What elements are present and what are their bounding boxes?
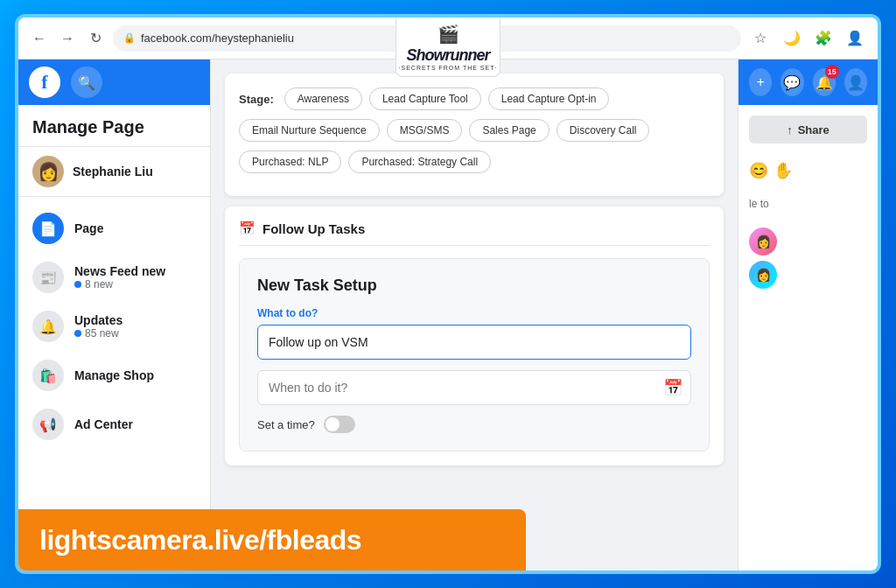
bottom-banner-text: lightscamera.live/fbleads xyxy=(39,524,361,556)
ad-center-icon: 📢 xyxy=(32,409,64,440)
stage-pill-lead-capture-tool[interactable]: Lead Capture Tool xyxy=(369,88,481,110)
nav-items: 📄 Page 📰 News Feed new 8 new xyxy=(18,197,210,456)
stage-row-3: Purchased: NLP Purchased: Strategy Call xyxy=(239,150,710,173)
emoji-hand: ✋ xyxy=(774,161,793,180)
stage-pill-discovery-call[interactable]: Discovery Call xyxy=(556,119,650,142)
share-icon: ↑ xyxy=(787,123,793,136)
nav-item-news-feed[interactable]: 📰 News Feed new 8 new xyxy=(18,253,210,302)
date-input[interactable] xyxy=(257,370,691,405)
mini-avatar-1: 👩 xyxy=(749,228,777,256)
set-time-toggle[interactable] xyxy=(324,416,355,433)
star-button[interactable]: ☆ xyxy=(748,26,773,51)
date-calendar-icon[interactable]: 📅 xyxy=(663,378,682,397)
nav-updates-label: Updates xyxy=(74,313,122,327)
user-row: 👩 Stephanie Liu xyxy=(18,147,210,197)
nav-item-manage-shop[interactable]: 🛍️ Manage Shop xyxy=(18,351,210,400)
nav-news-feed-label: News Feed new xyxy=(74,264,165,278)
stage-pill-lead-capture-optin[interactable]: Lead Capture Opt-in xyxy=(488,88,610,110)
forward-button[interactable]: → xyxy=(57,28,78,49)
fb-logo: f xyxy=(29,66,60,98)
nav-manage-shop-label: Manage Shop xyxy=(74,368,154,382)
updates-icon: 🔔 xyxy=(32,311,64,342)
emoji-row: 😊 ✋ xyxy=(738,154,878,187)
stage-pill-purchased-strategy[interactable]: Purchased: Strategy Call xyxy=(348,150,491,173)
nav-item-ad-center[interactable]: 📢 Ad Center xyxy=(18,400,210,449)
bottom-banner: lightscamera.live/fbleads xyxy=(18,509,526,570)
follow-up-header: 📅 Follow Up Tasks xyxy=(239,220,710,246)
user-avatar: 👩 xyxy=(32,156,64,187)
stage-pill-msg-sms[interactable]: MSG/SMS xyxy=(387,119,463,142)
nav-item-updates[interactable]: 🔔 Updates 85 new xyxy=(18,302,210,351)
follow-up-title: Follow Up Tasks xyxy=(262,221,365,236)
right-avatars: 👩 👩 xyxy=(738,220,878,296)
stage-pill-purchased-nlp[interactable]: Purchased: NLP xyxy=(239,150,341,173)
right-panel: + 💬 🔔 15 👤 ↑ Share 😊 xyxy=(738,60,878,570)
fb-sidebar: f 🔍 Manage Page 👩 Stephanie Liu 📄 Page xyxy=(18,60,211,570)
stage-row-1: Stage: Awareness Lead Capture Tool Lead … xyxy=(239,88,710,110)
stage-pill-email-nurture[interactable]: Email Nurture Sequence xyxy=(239,119,380,142)
refresh-button[interactable]: ↻ xyxy=(85,28,106,49)
stage-row-2: Email Nurture Sequence MSG/SMS Sales Pag… xyxy=(239,119,710,142)
extensions-button[interactable]: 🧩 xyxy=(811,26,836,51)
stage-label: Stage: xyxy=(239,93,274,106)
stage-pill-sales-page[interactable]: Sales Page xyxy=(469,119,549,142)
set-time-label: Set a time? xyxy=(257,418,315,431)
showrunner-icon: 🎬 xyxy=(438,24,459,45)
showrunner-logo: 🎬 Showrunner ·SECRETS FROM THE SET· xyxy=(396,18,500,77)
plus-button[interactable]: + xyxy=(749,68,772,96)
share-label: Share xyxy=(798,123,830,136)
messenger-button[interactable]: 💬 xyxy=(780,68,803,96)
mode-button[interactable]: 🌙 xyxy=(780,26,804,51)
browser-window: ← → ↻ 🔒 facebook.com/heystephanieliu ☆ 🌙… xyxy=(18,18,878,570)
profile-avatar-button[interactable]: 👤 xyxy=(844,68,867,96)
mini-avatar-2: 👩 xyxy=(749,261,777,289)
fb-topbar: f 🔍 xyxy=(18,60,210,105)
page-icon: 📄 xyxy=(32,213,64,244)
manage-shop-icon: 🛍️ xyxy=(32,360,64,391)
user-name: Stephanie Liu xyxy=(73,164,153,178)
nav-news-feed-sub: 8 new xyxy=(74,278,165,290)
nav-page-label: Page xyxy=(74,221,103,235)
new-task-card: New Task Setup What to do? 📅 Set a time? xyxy=(239,258,710,452)
date-input-wrapper: 📅 xyxy=(257,370,691,405)
stage-pill-awareness[interactable]: Awareness xyxy=(284,88,362,110)
nav-item-page[interactable]: 📄 Page xyxy=(18,204,210,253)
emoji-smile: 😊 xyxy=(749,161,768,180)
center-panel: Stage: Awareness Lead Capture Tool Lead … xyxy=(211,60,738,570)
back-button[interactable]: ← xyxy=(29,28,50,49)
what-to-do-label: What to do? xyxy=(257,307,691,319)
url-text: facebook.com/heystephanieliu xyxy=(141,32,294,45)
main-content: f 🔍 Manage Page 👩 Stephanie Liu 📄 Page xyxy=(18,60,878,570)
showrunner-subtitle: ·SECRETS FROM THE SET· xyxy=(399,65,498,71)
follow-up-calendar-icon: 📅 xyxy=(239,220,256,236)
nav-ad-center-label: Ad Center xyxy=(74,417,133,431)
task-input[interactable] xyxy=(257,325,691,360)
share-area: ↑ Share xyxy=(738,105,878,154)
share-button[interactable]: ↑ Share xyxy=(749,116,867,144)
right-content: le to xyxy=(738,187,878,220)
manage-page-title: Manage Page xyxy=(18,105,210,147)
lock-icon: 🔒 xyxy=(123,32,136,44)
stages-card: Stage: Awareness Lead Capture Tool Lead … xyxy=(225,74,724,196)
set-time-row: Set a time? xyxy=(257,416,691,433)
fb-search-icon[interactable]: 🔍 xyxy=(71,66,102,98)
bell-button[interactable]: 🔔 15 xyxy=(813,68,836,96)
follow-up-card: 📅 Follow Up Tasks New Task Setup What to… xyxy=(225,206,724,466)
new-task-title: New Task Setup xyxy=(257,276,691,295)
right-text: le to xyxy=(749,198,769,210)
outer-frame: 🎬 Showrunner ·SECRETS FROM THE SET· ← → … xyxy=(15,14,881,574)
showrunner-title: Showrunner xyxy=(406,46,489,65)
profile-button[interactable]: 👤 xyxy=(843,26,867,51)
bell-badge: 15 xyxy=(825,65,839,79)
right-topbar: + 💬 🔔 15 👤 xyxy=(738,60,878,105)
browser-actions: ☆ 🌙 🧩 👤 xyxy=(748,26,867,51)
news-feed-icon: 📰 xyxy=(32,262,64,293)
nav-updates-sub: 85 new xyxy=(74,327,122,340)
